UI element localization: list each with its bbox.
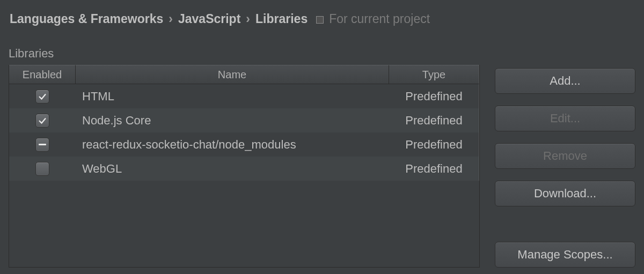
breadcrumb-separator: › xyxy=(246,12,250,26)
check-icon xyxy=(38,92,47,101)
table-row[interactable]: Node.js Core Predefined xyxy=(9,108,479,132)
action-button-column: Add... Edit... Remove Download... Manage… xyxy=(495,65,635,268)
library-type-cell: Predefined xyxy=(389,108,479,132)
library-type-cell: Predefined xyxy=(389,132,479,157)
breadcrumb-item[interactable]: Languages & Frameworks xyxy=(10,12,163,26)
libraries-table: Enabled Name Type HTML Predefined Node.j… xyxy=(9,65,480,268)
breadcrumb: Languages & Frameworks › JavaScript › Li… xyxy=(0,0,644,32)
table-row[interactable]: react-redux-socketio-chat/node_modules P… xyxy=(9,132,479,157)
column-header-enabled[interactable]: Enabled xyxy=(9,65,76,84)
table-row[interactable]: WebGL Predefined xyxy=(9,157,479,181)
library-type-cell: Predefined xyxy=(389,157,479,181)
remove-button[interactable]: Remove xyxy=(495,143,635,169)
enabled-checkbox[interactable] xyxy=(35,138,49,152)
download-button[interactable]: Download... xyxy=(495,181,635,206)
check-icon xyxy=(38,116,47,125)
enabled-checkbox[interactable] xyxy=(35,162,49,176)
breadcrumb-item[interactable]: JavaScript xyxy=(178,12,240,26)
button-spacer xyxy=(495,218,635,230)
enabled-checkbox[interactable] xyxy=(35,90,49,103)
breadcrumb-item: Libraries xyxy=(255,12,308,26)
table-row[interactable]: HTML Predefined xyxy=(9,84,479,108)
column-header-name[interactable]: Name xyxy=(76,65,389,84)
library-name-cell: HTML xyxy=(76,84,389,108)
manage-scopes-button[interactable]: Manage Scopes... xyxy=(495,242,635,268)
table-header-row: Enabled Name Type xyxy=(9,65,479,84)
edit-button[interactable]: Edit... xyxy=(495,106,635,131)
library-name-cell: react-redux-socketio-chat/node_modules xyxy=(76,132,389,157)
project-scope-icon xyxy=(316,16,324,24)
add-button[interactable]: Add... xyxy=(495,68,635,94)
enabled-checkbox[interactable] xyxy=(35,114,49,128)
library-name-cell: WebGL xyxy=(76,157,389,181)
breadcrumb-separator: › xyxy=(169,12,173,26)
indeterminate-icon xyxy=(39,144,46,145)
section-title-libraries: Libraries xyxy=(0,32,644,65)
column-header-type[interactable]: Type xyxy=(389,65,479,84)
library-name-cell: Node.js Core xyxy=(76,108,389,132)
library-type-cell: Predefined xyxy=(389,84,479,108)
for-current-project-label: For current project xyxy=(329,12,430,26)
